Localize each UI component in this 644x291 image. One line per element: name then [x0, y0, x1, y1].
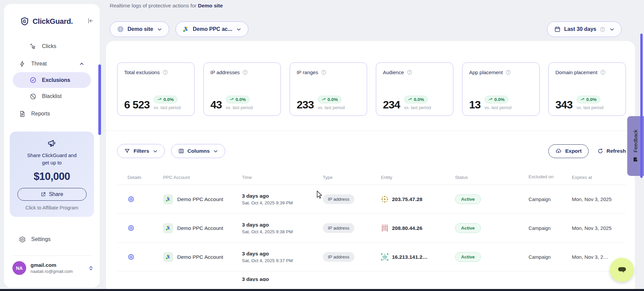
export-button-label: Export [565, 148, 582, 154]
time-absolute: Sat, Oct 4, 2025 9:38 PM [242, 229, 323, 234]
site-selector-value: Demo site [128, 26, 153, 32]
filters-button[interactable]: Filters [117, 144, 165, 158]
chevron-down-icon [157, 27, 162, 32]
sidebar-item-clicks[interactable]: Clicks [4, 39, 100, 54]
chat-widget-button[interactable] [610, 258, 634, 282]
clickguard-logo-icon [20, 17, 29, 26]
help-icon[interactable] [505, 69, 511, 75]
trend-value: 0.0% [414, 97, 424, 102]
stat-caption: vs. last period [577, 105, 603, 110]
time-relative: 3 days ago [242, 222, 323, 228]
trend-value: 0.0% [236, 97, 246, 102]
stat-value: 343 [555, 99, 573, 110]
sidebar-scrollbar[interactable] [98, 64, 101, 135]
sidebar-item-exclusions[interactable]: Exclusions [13, 72, 91, 88]
ppc-account-selector[interactable]: Demo PPC ac... [176, 21, 248, 37]
google-ads-icon [163, 223, 173, 233]
col-header-type: Type [323, 175, 381, 180]
megaphone-icon [10, 138, 94, 148]
stat-label: IP addresses [210, 69, 240, 75]
promo-amount: $10,000 [10, 171, 94, 183]
stat-label: App placement [469, 69, 503, 75]
refresh-button[interactable]: Refresh [597, 148, 626, 154]
expires-at-cell: Mon, Nov 3, 2025 [572, 225, 626, 231]
trend-badge: 0.0% [226, 96, 250, 103]
status-cell: Active [455, 252, 529, 262]
help-icon[interactable] [321, 69, 327, 75]
help-icon[interactable] [242, 69, 248, 75]
calendar-icon [554, 26, 561, 33]
status-badge: Active [455, 194, 481, 204]
view-details-button[interactable] [117, 253, 163, 260]
brand: ClickGuard. [4, 4, 100, 26]
badge-check-icon [30, 77, 37, 84]
cloud-download-icon [555, 148, 562, 154]
sidebar-item-label: Settings [31, 236, 51, 242]
feedback-tab-label: Feedback [633, 130, 639, 152]
sidebar-collapse-icon[interactable] [87, 17, 94, 24]
google-ads-icon [163, 252, 173, 262]
entity-identicon [381, 224, 389, 232]
help-icon[interactable] [600, 69, 606, 75]
col-header-details: Details [117, 175, 163, 180]
time-cell: 3 days ago Sat, Oct 4, 2025 9:39 PM [242, 193, 323, 205]
entity-value: 203.75.47.28 [392, 196, 423, 202]
stat-label: Domain placement [555, 69, 597, 75]
promo-text-line1: Share ClickGuard and [10, 152, 94, 159]
promo-caption[interactable]: Click to Affiliate Program [10, 205, 94, 210]
stat-value: 6 523 [124, 99, 150, 110]
date-range-selector[interactable]: Last 30 days [547, 21, 622, 37]
trend-badge: 0.0% [485, 96, 508, 103]
chevron-down-icon [213, 149, 218, 154]
no-entry-icon [30, 93, 37, 100]
columns-button[interactable]: Columns [171, 144, 225, 158]
sidebar-item-blacklist[interactable]: Blacklist [4, 89, 100, 104]
status-badge: Active [455, 252, 481, 262]
site-selector[interactable]: Demo site [110, 21, 169, 37]
type-badge: IP address [323, 194, 354, 204]
help-icon [600, 27, 605, 32]
trend-value: 0.0% [163, 97, 174, 102]
sidebar-item-threat[interactable]: Threat [4, 56, 100, 71]
feedback-chat-icon [633, 156, 639, 162]
help-icon[interactable] [407, 69, 412, 75]
ppc-account-name: Demo PPC Account [177, 225, 223, 231]
chevron-down-icon [153, 149, 158, 154]
main-panel: Total exclusions 6 523 0.0% vs. last per… [106, 41, 635, 291]
chevron-down-icon [236, 27, 241, 32]
time-absolute: Sat, Oct 4, 2025 9:39 PM [242, 200, 323, 205]
entity-value: 16.213.141.2… [392, 254, 428, 260]
status-cell: Active [455, 223, 529, 233]
stat-caption: vs. last period [226, 105, 253, 110]
help-icon[interactable] [162, 69, 168, 75]
table-row: Demo PPC Account 3 days ago Sat, Oct 4, … [117, 214, 626, 243]
stats-row: Total exclusions 6 523 0.0% vs. last per… [106, 41, 635, 116]
expand-up-down-icon [88, 265, 94, 271]
google-ads-icon [163, 194, 173, 204]
ppc-account-cell: Demo PPC Account [163, 252, 242, 262]
stat-value: 233 [297, 99, 314, 110]
time-relative: 3 days ago [242, 251, 323, 257]
sidebar-item-settings[interactable]: Settings [4, 232, 100, 247]
type-badge: IP address [323, 223, 354, 233]
ppc-account-name: Demo PPC Account [177, 196, 223, 202]
entity-cell: 208.80.44.26 [381, 224, 455, 232]
time-cell: 3 days ago Sat, Oct 4, 2025 9:38 PM [242, 222, 323, 234]
account-email: naatali.ro@gmail.com [31, 269, 73, 274]
sidebar-item-reports[interactable]: Reports [4, 106, 100, 122]
stat-card-ip-ranges: IP ranges 233 0.0% vs. last period [290, 62, 367, 116]
col-header-time: Time [242, 175, 323, 180]
view-details-button[interactable] [117, 225, 163, 232]
status-cell: Active [455, 194, 529, 204]
columns-icon [178, 148, 184, 154]
type-cell: IP address [323, 252, 381, 262]
export-button[interactable]: Export [548, 144, 589, 158]
account-switcher[interactable]: NA gmail.com naatali.ro@gmail.com [12, 261, 94, 275]
cursor-click-icon [30, 43, 37, 50]
page-scrollbar[interactable] [640, 34, 643, 178]
view-details-button[interactable] [117, 196, 163, 203]
stat-card-total-exclusions: Total exclusions 6 523 0.0% vs. last per… [117, 62, 195, 116]
ppc-account-cell: Demo PPC Account [163, 194, 242, 204]
share-button[interactable]: Share [17, 188, 87, 201]
stat-value: 43 [210, 99, 222, 110]
